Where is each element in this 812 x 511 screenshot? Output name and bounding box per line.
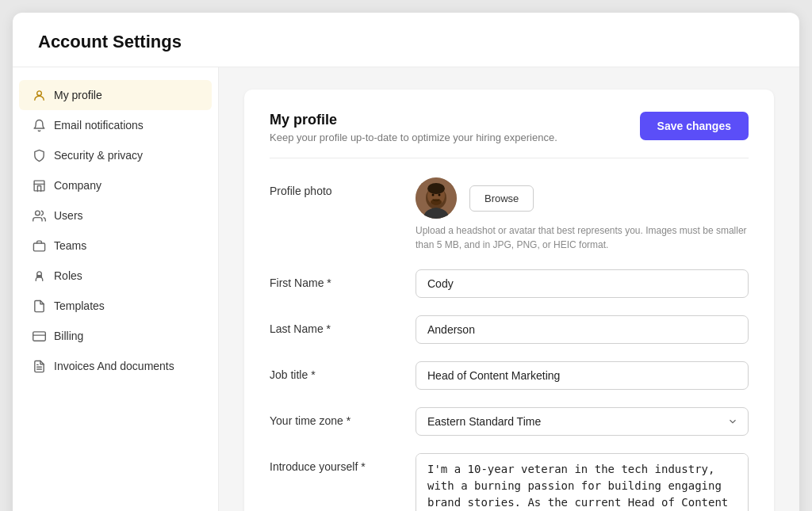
sidebar-label-teams: Teams — [54, 239, 86, 252]
first-name-row: First Name * — [270, 269, 749, 298]
job-title-label: Job title * — [270, 361, 396, 381]
browse-button[interactable]: Browse — [469, 185, 534, 212]
svg-rect-6 — [33, 331, 45, 340]
sidebar-item-my-profile[interactable]: My profile — [19, 80, 212, 110]
sidebar-label-billing: Billing — [54, 330, 83, 342]
doc-text-icon — [32, 359, 46, 373]
sidebar-item-billing[interactable]: Billing — [13, 321, 218, 351]
svg-point-0 — [36, 90, 41, 95]
sidebar: My profile Email notifications Security … — [13, 67, 219, 511]
last-name-field — [416, 315, 749, 344]
profile-card: My profile Keep your profile up-to-date … — [244, 90, 774, 511]
top-header: Account Settings — [13, 13, 799, 67]
sidebar-item-templates[interactable]: Templates — [13, 291, 218, 321]
building-icon — [32, 178, 46, 193]
shield-icon — [32, 148, 46, 162]
app-title: Account Settings — [38, 32, 774, 52]
introduce-label: Introduce yourself * — [270, 453, 396, 473]
user-circle-icon — [32, 88, 46, 102]
job-title-input[interactable] — [416, 361, 749, 390]
profile-photo-row: Profile photo — [270, 177, 749, 252]
sidebar-label-email-notifications: Email notifications — [54, 119, 144, 132]
panel-header: My profile Keep your profile up-to-date … — [270, 112, 749, 158]
introduce-field: I'm a 10-year veteran in the tech indust… — [416, 453, 749, 511]
time-zone-row: Your time zone * Eastern Standard Time P… — [270, 407, 749, 436]
profile-photo-field: Browse Upload a headshot or avatar that … — [416, 177, 749, 252]
photo-top: Browse — [416, 177, 749, 219]
users-icon — [32, 208, 46, 223]
job-title-field — [416, 361, 749, 390]
tag-icon — [32, 329, 46, 343]
last-name-label: Last Name * — [270, 315, 396, 335]
sidebar-item-invoices[interactable]: Invoices And documents — [13, 351, 218, 381]
sidebar-label-security-privacy: Security & privacy — [54, 149, 143, 162]
profile-photo-label: Profile photo — [270, 177, 396, 197]
last-name-input[interactable] — [416, 315, 749, 344]
job-title-row: Job title * — [270, 361, 749, 390]
sidebar-item-teams[interactable]: Teams — [13, 231, 218, 261]
sidebar-label-company: Company — [54, 179, 102, 192]
account-settings-card: Account Settings My profile Email — [13, 13, 799, 511]
bell-icon — [32, 118, 46, 132]
svg-point-2 — [35, 211, 40, 215]
sidebar-item-email-notifications[interactable]: Email notifications — [13, 110, 218, 140]
svg-rect-3 — [33, 242, 44, 250]
sidebar-label-roles: Roles — [54, 269, 82, 282]
briefcase-icon — [32, 238, 46, 253]
sidebar-label-templates: Templates — [54, 299, 105, 312]
first-name-input[interactable] — [416, 269, 749, 298]
avatar — [416, 177, 457, 219]
time-zone-label: Your time zone * — [270, 407, 396, 427]
svg-point-13 — [427, 183, 445, 194]
svg-point-16 — [431, 199, 442, 205]
first-name-label: First Name * — [270, 269, 396, 289]
sidebar-item-users[interactable]: Users — [13, 200, 218, 231]
content-area: My profile Email notifications Security … — [13, 67, 799, 511]
last-name-row: Last Name * — [270, 315, 749, 344]
photo-hint: Upload a headshot or avatar that best re… — [416, 223, 749, 252]
panel-title-area: My profile Keep your profile up-to-date … — [270, 112, 557, 143]
sidebar-label-my-profile: My profile — [54, 89, 102, 101]
sidebar-item-security-privacy[interactable]: Security & privacy — [13, 140, 218, 170]
panel-subtitle: Keep your profile up-to-date to optimize… — [270, 132, 557, 143]
person-badge-icon — [32, 269, 46, 283]
panel-title: My profile — [270, 112, 557, 128]
file-icon — [32, 299, 46, 313]
svg-point-14 — [432, 194, 435, 196]
sidebar-label-invoices: Invoices And documents — [54, 360, 174, 372]
save-changes-button[interactable]: Save changes — [640, 112, 749, 140]
time-zone-select[interactable]: Eastern Standard Time Pacific Standard T… — [416, 407, 749, 436]
introduce-textarea[interactable]: I'm a 10-year veteran in the tech indust… — [416, 453, 749, 511]
svg-point-15 — [439, 194, 441, 196]
main-panel: My profile Keep your profile up-to-date … — [219, 67, 799, 511]
introduce-row: Introduce yourself * I'm a 10-year veter… — [270, 453, 749, 511]
sidebar-item-company[interactable]: Company — [13, 170, 218, 200]
sidebar-label-users: Users — [54, 209, 83, 222]
first-name-field — [416, 269, 749, 298]
sidebar-item-roles[interactable]: Roles — [13, 261, 218, 291]
time-zone-field: Eastern Standard Time Pacific Standard T… — [416, 407, 749, 436]
